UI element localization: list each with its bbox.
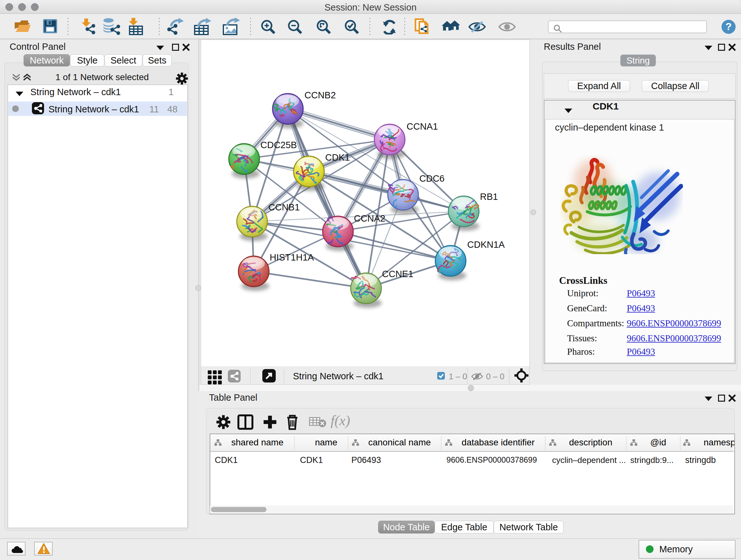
svg-text:CDK1: CDK1 <box>325 152 350 163</box>
svg-text:CCNE1: CCNE1 <box>382 269 413 279</box>
svg-text:CCNA2: CCNA2 <box>354 213 385 224</box>
svg-text:?: ? <box>725 21 732 32</box>
svg-text:CDC25B: CDC25B <box>260 140 297 150</box>
svg-text:RB1: RB1 <box>480 192 498 202</box>
svg-text:CCNB2: CCNB2 <box>305 90 336 100</box>
svg-text:CCNA1: CCNA1 <box>407 121 438 132</box>
svg-text:CDC6: CDC6 <box>419 173 445 184</box>
svg-text:CDKN1A: CDKN1A <box>467 240 505 250</box>
svg-text:CCNB1: CCNB1 <box>268 202 300 212</box>
svg-text:HIST1H1A: HIST1H1A <box>270 252 314 262</box>
